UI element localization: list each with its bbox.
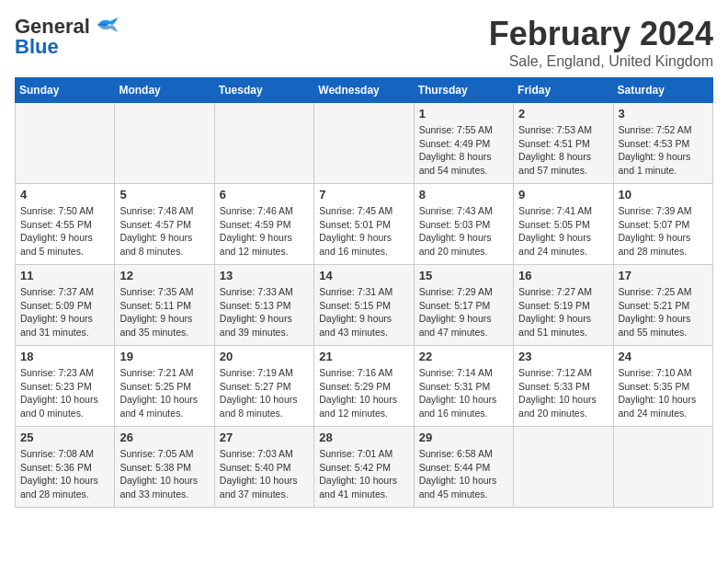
calendar-table: SundayMondayTuesdayWednesdayThursdayFrid… <box>15 77 713 508</box>
day-info: Sunrise: 6:58 AM Sunset: 5:44 PM Dayligh… <box>419 447 508 501</box>
calendar-cell: 28Sunrise: 7:01 AM Sunset: 5:42 PM Dayli… <box>314 427 414 508</box>
calendar-subtitle: Sale, England, United Kingdom <box>489 53 713 70</box>
day-number: 12 <box>119 269 209 282</box>
calendar-cell: 27Sunrise: 7:03 AM Sunset: 5:40 PM Dayli… <box>214 427 313 508</box>
calendar-cell: 18Sunrise: 7:23 AM Sunset: 5:23 PM Dayli… <box>16 346 115 427</box>
header-row: SundayMondayTuesdayWednesdayThursdayFrid… <box>16 78 713 103</box>
calendar-cell: 29Sunrise: 6:58 AM Sunset: 5:44 PM Dayli… <box>414 427 513 508</box>
day-info: Sunrise: 7:23 AM Sunset: 5:23 PM Dayligh… <box>20 366 109 420</box>
day-number: 13 <box>220 269 309 282</box>
header-day-tuesday: Tuesday <box>214 78 313 103</box>
calendar-cell <box>613 427 712 508</box>
calendar-cell: 22Sunrise: 7:14 AM Sunset: 5:31 PM Dayli… <box>414 346 513 427</box>
day-number: 7 <box>319 188 408 201</box>
day-number: 6 <box>220 188 309 201</box>
week-row-5: 25Sunrise: 7:08 AM Sunset: 5:36 PM Dayli… <box>16 427 713 508</box>
calendar-cell <box>115 103 214 184</box>
day-number: 15 <box>419 269 508 282</box>
day-number: 24 <box>619 350 708 363</box>
day-number: 17 <box>619 269 708 282</box>
day-number: 18 <box>20 350 109 363</box>
day-info: Sunrise: 7:29 AM Sunset: 5:17 PM Dayligh… <box>419 285 508 339</box>
calendar-cell: 16Sunrise: 7:27 AM Sunset: 5:19 PM Dayli… <box>514 265 613 346</box>
calendar-cell: 20Sunrise: 7:19 AM Sunset: 5:27 PM Dayli… <box>214 346 313 427</box>
week-row-4: 18Sunrise: 7:23 AM Sunset: 5:23 PM Dayli… <box>16 346 713 427</box>
day-info: Sunrise: 7:16 AM Sunset: 5:29 PM Dayligh… <box>319 366 408 420</box>
calendar-cell: 6Sunrise: 7:46 AM Sunset: 4:59 PM Daylig… <box>214 184 313 265</box>
day-info: Sunrise: 7:12 AM Sunset: 5:33 PM Dayligh… <box>518 366 608 420</box>
calendar-cell: 1Sunrise: 7:55 AM Sunset: 4:49 PM Daylig… <box>414 103 513 184</box>
day-info: Sunrise: 7:55 AM Sunset: 4:49 PM Dayligh… <box>419 123 508 178</box>
header-day-friday: Friday <box>514 78 613 103</box>
day-number: 14 <box>319 269 408 282</box>
calendar-cell: 13Sunrise: 7:33 AM Sunset: 5:13 PM Dayli… <box>214 265 313 346</box>
day-info: Sunrise: 7:46 AM Sunset: 4:59 PM Dayligh… <box>220 204 309 259</box>
calendar-cell: 25Sunrise: 7:08 AM Sunset: 5:36 PM Dayli… <box>16 427 115 508</box>
day-number: 20 <box>220 350 309 363</box>
day-info: Sunrise: 7:08 AM Sunset: 5:36 PM Dayligh… <box>20 447 109 501</box>
calendar-cell: 24Sunrise: 7:10 AM Sunset: 5:35 PM Dayli… <box>613 346 712 427</box>
calendar-cell: 15Sunrise: 7:29 AM Sunset: 5:17 PM Dayli… <box>414 265 513 346</box>
calendar-cell <box>16 103 115 184</box>
header-day-sunday: Sunday <box>16 78 115 103</box>
day-info: Sunrise: 7:35 AM Sunset: 5:11 PM Dayligh… <box>119 285 209 339</box>
day-info: Sunrise: 7:19 AM Sunset: 5:27 PM Dayligh… <box>220 366 309 420</box>
day-info: Sunrise: 7:43 AM Sunset: 5:03 PM Dayligh… <box>419 204 508 259</box>
logo: General Blue <box>15 15 119 59</box>
day-number: 9 <box>518 188 608 201</box>
week-row-1: 1Sunrise: 7:55 AM Sunset: 4:49 PM Daylig… <box>16 103 713 184</box>
calendar-cell: 11Sunrise: 7:37 AM Sunset: 5:09 PM Dayli… <box>16 265 115 346</box>
day-info: Sunrise: 7:48 AM Sunset: 4:57 PM Dayligh… <box>119 204 209 259</box>
day-number: 26 <box>119 431 209 444</box>
day-number: 1 <box>419 107 508 121</box>
logo-bird-icon <box>94 16 119 34</box>
calendar-cell: 12Sunrise: 7:35 AM Sunset: 5:11 PM Dayli… <box>115 265 214 346</box>
day-info: Sunrise: 7:14 AM Sunset: 5:31 PM Dayligh… <box>419 366 508 420</box>
header-day-wednesday: Wednesday <box>314 78 414 103</box>
calendar-cell: 8Sunrise: 7:43 AM Sunset: 5:03 PM Daylig… <box>414 184 513 265</box>
calendar-cell: 3Sunrise: 7:52 AM Sunset: 4:53 PM Daylig… <box>613 103 712 184</box>
day-info: Sunrise: 7:03 AM Sunset: 5:40 PM Dayligh… <box>220 447 309 501</box>
day-number: 19 <box>119 350 209 363</box>
calendar-cell <box>314 103 414 184</box>
logo-blue-text: Blue <box>15 35 59 59</box>
day-number: 11 <box>20 269 109 282</box>
day-number: 16 <box>518 269 608 282</box>
calendar-title-section: February 2024 Sale, England, United King… <box>489 15 713 70</box>
day-info: Sunrise: 7:01 AM Sunset: 5:42 PM Dayligh… <box>319 447 408 501</box>
day-number: 10 <box>619 188 708 201</box>
calendar-cell: 21Sunrise: 7:16 AM Sunset: 5:29 PM Dayli… <box>314 346 414 427</box>
day-info: Sunrise: 7:50 AM Sunset: 4:55 PM Dayligh… <box>20 204 109 259</box>
day-number: 2 <box>518 107 608 121</box>
day-number: 4 <box>20 188 109 201</box>
day-number: 22 <box>419 350 508 363</box>
day-info: Sunrise: 7:52 AM Sunset: 4:53 PM Dayligh… <box>619 123 708 178</box>
day-number: 5 <box>119 188 209 201</box>
day-number: 28 <box>319 431 408 444</box>
day-number: 29 <box>419 431 508 444</box>
calendar-header: SundayMondayTuesdayWednesdayThursdayFrid… <box>16 78 713 103</box>
calendar-cell: 26Sunrise: 7:05 AM Sunset: 5:38 PM Dayli… <box>115 427 214 508</box>
day-info: Sunrise: 7:21 AM Sunset: 5:25 PM Dayligh… <box>119 366 209 420</box>
day-info: Sunrise: 7:27 AM Sunset: 5:19 PM Dayligh… <box>518 285 608 339</box>
calendar-cell: 5Sunrise: 7:48 AM Sunset: 4:57 PM Daylig… <box>115 184 214 265</box>
day-number: 23 <box>518 350 608 363</box>
day-info: Sunrise: 7:45 AM Sunset: 5:01 PM Dayligh… <box>319 204 408 259</box>
day-info: Sunrise: 7:53 AM Sunset: 4:51 PM Dayligh… <box>518 123 608 178</box>
day-info: Sunrise: 7:37 AM Sunset: 5:09 PM Dayligh… <box>20 285 109 339</box>
day-number: 3 <box>619 107 708 121</box>
header-day-saturday: Saturday <box>613 78 712 103</box>
calendar-cell: 4Sunrise: 7:50 AM Sunset: 4:55 PM Daylig… <box>16 184 115 265</box>
day-info: Sunrise: 7:31 AM Sunset: 5:15 PM Dayligh… <box>319 285 408 339</box>
calendar-title: February 2024 <box>489 15 713 53</box>
calendar-cell <box>214 103 313 184</box>
calendar-body: 1Sunrise: 7:55 AM Sunset: 4:49 PM Daylig… <box>16 103 713 508</box>
week-row-3: 11Sunrise: 7:37 AM Sunset: 5:09 PM Dayli… <box>16 265 713 346</box>
calendar-cell: 2Sunrise: 7:53 AM Sunset: 4:51 PM Daylig… <box>514 103 613 184</box>
day-number: 8 <box>419 188 508 201</box>
day-info: Sunrise: 7:39 AM Sunset: 5:07 PM Dayligh… <box>619 204 708 259</box>
header-day-monday: Monday <box>115 78 214 103</box>
page-header: General Blue February 2024 Sale, England… <box>15 15 713 70</box>
calendar-cell: 17Sunrise: 7:25 AM Sunset: 5:21 PM Dayli… <box>613 265 712 346</box>
calendar-cell: 7Sunrise: 7:45 AM Sunset: 5:01 PM Daylig… <box>314 184 414 265</box>
